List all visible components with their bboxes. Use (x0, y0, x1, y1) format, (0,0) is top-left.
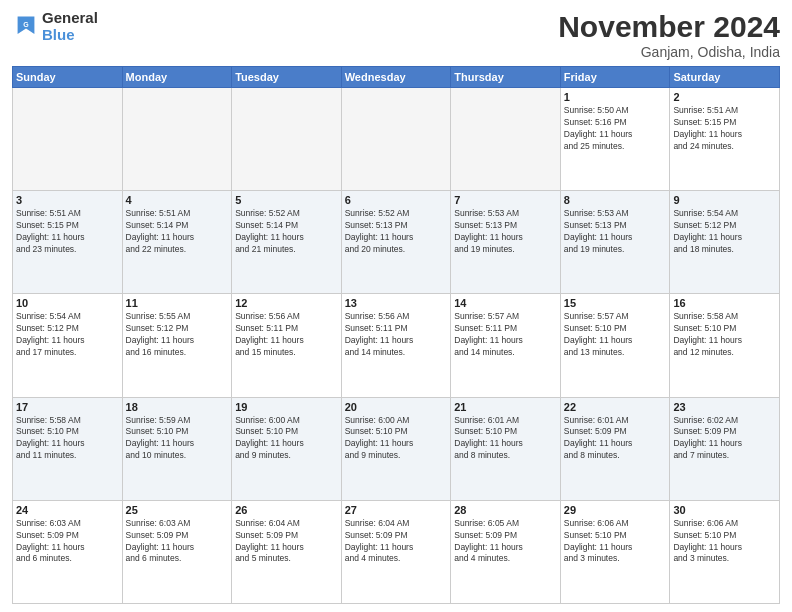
day-info: Sunrise: 5:59 AM Sunset: 5:10 PM Dayligh… (126, 415, 229, 463)
svg-text:G: G (23, 21, 29, 28)
calendar-cell: 24Sunrise: 6:03 AM Sunset: 5:09 PM Dayli… (13, 500, 123, 603)
day-info: Sunrise: 6:04 AM Sunset: 5:09 PM Dayligh… (235, 518, 338, 566)
calendar-cell: 11Sunrise: 5:55 AM Sunset: 5:12 PM Dayli… (122, 294, 232, 397)
week-row-5: 24Sunrise: 6:03 AM Sunset: 5:09 PM Dayli… (13, 500, 780, 603)
day-number: 25 (126, 504, 229, 516)
calendar-cell: 21Sunrise: 6:01 AM Sunset: 5:10 PM Dayli… (451, 397, 561, 500)
day-info: Sunrise: 6:06 AM Sunset: 5:10 PM Dayligh… (564, 518, 667, 566)
day-info: Sunrise: 6:04 AM Sunset: 5:09 PM Dayligh… (345, 518, 448, 566)
calendar-cell: 19Sunrise: 6:00 AM Sunset: 5:10 PM Dayli… (232, 397, 342, 500)
calendar-cell: 25Sunrise: 6:03 AM Sunset: 5:09 PM Dayli… (122, 500, 232, 603)
day-number: 1 (564, 91, 667, 103)
day-info: Sunrise: 5:55 AM Sunset: 5:12 PM Dayligh… (126, 311, 229, 359)
title-section: November 2024 Ganjam, Odisha, India (558, 10, 780, 60)
day-info: Sunrise: 5:56 AM Sunset: 5:11 PM Dayligh… (345, 311, 448, 359)
calendar-cell (451, 88, 561, 191)
day-info: Sunrise: 5:58 AM Sunset: 5:10 PM Dayligh… (673, 311, 776, 359)
day-info: Sunrise: 5:52 AM Sunset: 5:14 PM Dayligh… (235, 208, 338, 256)
weekday-sunday: Sunday (13, 67, 123, 88)
calendar-table: SundayMondayTuesdayWednesdayThursdayFrid… (12, 66, 780, 604)
calendar-cell: 20Sunrise: 6:00 AM Sunset: 5:10 PM Dayli… (341, 397, 451, 500)
weekday-saturday: Saturday (670, 67, 780, 88)
day-number: 10 (16, 297, 119, 309)
day-info: Sunrise: 5:54 AM Sunset: 5:12 PM Dayligh… (673, 208, 776, 256)
day-info: Sunrise: 5:57 AM Sunset: 5:10 PM Dayligh… (564, 311, 667, 359)
day-number: 30 (673, 504, 776, 516)
calendar-cell: 14Sunrise: 5:57 AM Sunset: 5:11 PM Dayli… (451, 294, 561, 397)
calendar-cell: 26Sunrise: 6:04 AM Sunset: 5:09 PM Dayli… (232, 500, 342, 603)
logo-general-text: General (42, 10, 98, 27)
logo: G General Blue (12, 10, 98, 43)
week-row-4: 17Sunrise: 5:58 AM Sunset: 5:10 PM Dayli… (13, 397, 780, 500)
day-info: Sunrise: 5:51 AM Sunset: 5:15 PM Dayligh… (16, 208, 119, 256)
calendar-cell (13, 88, 123, 191)
calendar-cell: 17Sunrise: 5:58 AM Sunset: 5:10 PM Dayli… (13, 397, 123, 500)
logo-icon: G (12, 13, 40, 41)
calendar-cell: 9Sunrise: 5:54 AM Sunset: 5:12 PM Daylig… (670, 191, 780, 294)
calendar-cell (341, 88, 451, 191)
day-info: Sunrise: 5:50 AM Sunset: 5:16 PM Dayligh… (564, 105, 667, 153)
week-row-2: 3Sunrise: 5:51 AM Sunset: 5:15 PM Daylig… (13, 191, 780, 294)
day-number: 15 (564, 297, 667, 309)
day-info: Sunrise: 6:06 AM Sunset: 5:10 PM Dayligh… (673, 518, 776, 566)
calendar-cell: 27Sunrise: 6:04 AM Sunset: 5:09 PM Dayli… (341, 500, 451, 603)
calendar-cell: 10Sunrise: 5:54 AM Sunset: 5:12 PM Dayli… (13, 294, 123, 397)
logo-blue-text: Blue (42, 27, 98, 44)
day-number: 22 (564, 401, 667, 413)
month-title: November 2024 (558, 10, 780, 44)
day-number: 14 (454, 297, 557, 309)
day-number: 16 (673, 297, 776, 309)
day-number: 27 (345, 504, 448, 516)
day-number: 24 (16, 504, 119, 516)
calendar-cell: 5Sunrise: 5:52 AM Sunset: 5:14 PM Daylig… (232, 191, 342, 294)
location: Ganjam, Odisha, India (558, 44, 780, 60)
day-info: Sunrise: 5:53 AM Sunset: 5:13 PM Dayligh… (454, 208, 557, 256)
logo-text: General Blue (42, 10, 98, 43)
calendar-cell: 16Sunrise: 5:58 AM Sunset: 5:10 PM Dayli… (670, 294, 780, 397)
weekday-wednesday: Wednesday (341, 67, 451, 88)
header: G General Blue November 2024 Ganjam, Odi… (12, 10, 780, 60)
day-info: Sunrise: 5:56 AM Sunset: 5:11 PM Dayligh… (235, 311, 338, 359)
day-info: Sunrise: 6:00 AM Sunset: 5:10 PM Dayligh… (235, 415, 338, 463)
week-row-1: 1Sunrise: 5:50 AM Sunset: 5:16 PM Daylig… (13, 88, 780, 191)
day-info: Sunrise: 5:51 AM Sunset: 5:14 PM Dayligh… (126, 208, 229, 256)
day-info: Sunrise: 6:05 AM Sunset: 5:09 PM Dayligh… (454, 518, 557, 566)
weekday-header-row: SundayMondayTuesdayWednesdayThursdayFrid… (13, 67, 780, 88)
calendar-cell: 30Sunrise: 6:06 AM Sunset: 5:10 PM Dayli… (670, 500, 780, 603)
week-row-3: 10Sunrise: 5:54 AM Sunset: 5:12 PM Dayli… (13, 294, 780, 397)
calendar-cell: 4Sunrise: 5:51 AM Sunset: 5:14 PM Daylig… (122, 191, 232, 294)
calendar-cell (232, 88, 342, 191)
weekday-thursday: Thursday (451, 67, 561, 88)
day-number: 17 (16, 401, 119, 413)
day-info: Sunrise: 6:00 AM Sunset: 5:10 PM Dayligh… (345, 415, 448, 463)
day-info: Sunrise: 6:03 AM Sunset: 5:09 PM Dayligh… (16, 518, 119, 566)
calendar-cell: 8Sunrise: 5:53 AM Sunset: 5:13 PM Daylig… (560, 191, 670, 294)
day-number: 4 (126, 194, 229, 206)
calendar-cell: 12Sunrise: 5:56 AM Sunset: 5:11 PM Dayli… (232, 294, 342, 397)
day-number: 12 (235, 297, 338, 309)
day-number: 18 (126, 401, 229, 413)
day-info: Sunrise: 5:54 AM Sunset: 5:12 PM Dayligh… (16, 311, 119, 359)
page-container: G General Blue November 2024 Ganjam, Odi… (0, 0, 792, 612)
day-info: Sunrise: 6:01 AM Sunset: 5:10 PM Dayligh… (454, 415, 557, 463)
calendar-cell: 23Sunrise: 6:02 AM Sunset: 5:09 PM Dayli… (670, 397, 780, 500)
day-info: Sunrise: 6:03 AM Sunset: 5:09 PM Dayligh… (126, 518, 229, 566)
day-number: 19 (235, 401, 338, 413)
day-number: 11 (126, 297, 229, 309)
day-number: 5 (235, 194, 338, 206)
calendar-cell: 28Sunrise: 6:05 AM Sunset: 5:09 PM Dayli… (451, 500, 561, 603)
day-info: Sunrise: 5:58 AM Sunset: 5:10 PM Dayligh… (16, 415, 119, 463)
day-number: 21 (454, 401, 557, 413)
day-number: 8 (564, 194, 667, 206)
day-number: 2 (673, 91, 776, 103)
calendar-cell: 13Sunrise: 5:56 AM Sunset: 5:11 PM Dayli… (341, 294, 451, 397)
day-number: 26 (235, 504, 338, 516)
calendar-cell (122, 88, 232, 191)
weekday-tuesday: Tuesday (232, 67, 342, 88)
day-number: 20 (345, 401, 448, 413)
day-number: 23 (673, 401, 776, 413)
day-number: 3 (16, 194, 119, 206)
calendar-cell: 29Sunrise: 6:06 AM Sunset: 5:10 PM Dayli… (560, 500, 670, 603)
day-number: 13 (345, 297, 448, 309)
day-number: 28 (454, 504, 557, 516)
